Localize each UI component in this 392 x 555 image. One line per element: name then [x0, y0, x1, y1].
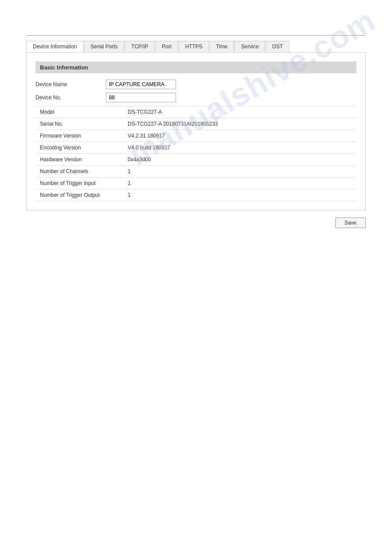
row-label: Encoding Version [36, 142, 123, 154]
device-no-label: Device No. [36, 94, 106, 101]
device-name-row: Device Name [36, 80, 356, 89]
tab-dst[interactable]: DST [266, 41, 289, 52]
tab-time[interactable]: Time [209, 41, 234, 52]
table-row: ModelDS-TCG227-A [36, 106, 356, 118]
tab-https[interactable]: HTTPS [179, 41, 209, 52]
row-value: 0x4a3d00 [123, 154, 356, 166]
table-row: Number of Trigger Output1 [36, 189, 356, 201]
row-value: V4.2.31 180917 [123, 130, 356, 142]
device-name-input[interactable] [106, 80, 176, 89]
tab-device-information[interactable]: Device Information [26, 41, 83, 52]
tabs-bar: Device InformationSerial PortsTCP/IPPort… [26, 41, 366, 52]
row-value: 1 [123, 189, 356, 201]
device-name-label: Device Name [36, 81, 106, 87]
row-label: Serial No. [36, 118, 123, 130]
row-label: Firmware Version [36, 130, 123, 142]
row-label: Number of Trigger Input [36, 178, 123, 189]
row-value: V4.0 build 180917 [123, 142, 356, 154]
table-row: Hardware Version0x4a3d00 [36, 154, 356, 166]
section-title: Basic Information [36, 62, 356, 73]
save-row: Save [26, 218, 366, 228]
table-row: Serial No.DS-TCG227-A 20180731AI20180523… [36, 118, 356, 130]
top-divider [26, 35, 366, 36]
table-row: Number of Trigger Input1 [36, 178, 356, 189]
device-no-row: Device No. [36, 93, 356, 102]
tab-serial-ports[interactable]: Serial Ports [84, 41, 124, 52]
table-row: Number of Channels1 [36, 166, 356, 178]
row-label: Hardware Version [36, 154, 123, 166]
table-row: Encoding VersionV4.0 build 180917 [36, 142, 356, 154]
content-area: Basic Information Device Name Device No.… [26, 52, 366, 210]
row-label: Number of Trigger Output [36, 189, 123, 201]
row-label: Number of Channels [36, 166, 123, 178]
device-no-input[interactable] [106, 93, 176, 102]
row-value: 1 [123, 178, 356, 189]
row-value: 1 [123, 166, 356, 178]
tab-tcp-ip[interactable]: TCP/IP [125, 41, 155, 52]
row-value: DS-TCG227-A 20180731AI201805233 [123, 118, 356, 130]
table-row: Firmware VersionV4.2.31 180917 [36, 130, 356, 142]
row-value: DS-TCG227-A [123, 106, 356, 118]
tab-port[interactable]: Port [155, 41, 178, 52]
row-label: Model [36, 106, 123, 118]
info-table: ModelDS-TCG227-ASerial No.DS-TCG227-A 20… [36, 106, 356, 201]
tab-service[interactable]: Service [234, 41, 265, 52]
save-button[interactable]: Save [335, 218, 366, 228]
